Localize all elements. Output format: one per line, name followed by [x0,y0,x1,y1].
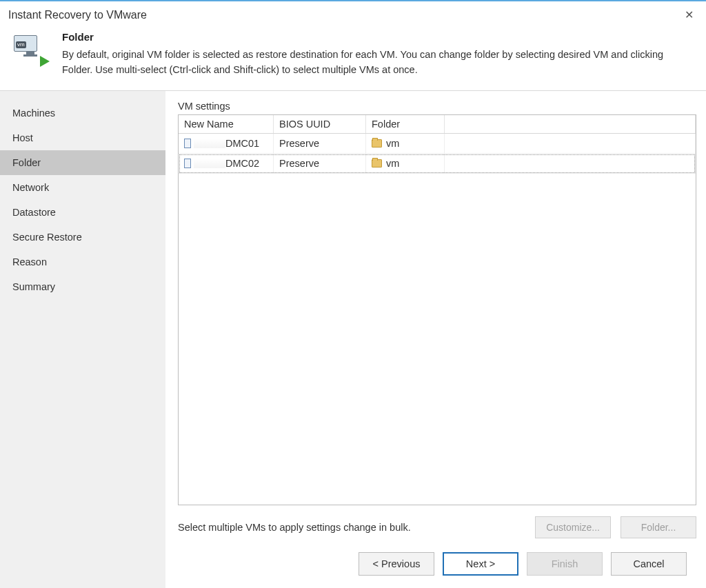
close-icon[interactable]: ✕ [680,7,698,23]
sidebar-item-network[interactable]: Network [0,175,165,200]
bulk-hint: Select multiple VMs to apply settings ch… [178,522,411,533]
sidebar-item-label: Network [12,182,49,193]
next-button[interactable]: Next > [443,552,518,576]
sidebar-item-label: Host [12,132,33,143]
sidebar-item-label: Secure Restore [12,232,82,243]
table-row[interactable]: DMC02 Preserve vm [179,154,696,174]
sidebar-item-machines[interactable]: Machines [0,101,165,125]
folder-icon [372,139,382,148]
sidebar-item-label: Summary [12,281,55,292]
wizard-step-icon: vm [14,35,47,68]
cell-name: DMC02 [179,154,274,173]
col-header-uuid[interactable]: BIOS UUID [274,115,366,133]
cell-folder: vm [366,154,445,173]
vm-icon [184,139,191,148]
redacted-name-prefix [194,139,225,148]
vm-name-suffix: DMC01 [225,138,259,149]
sidebar-item-label: Reason [12,256,47,267]
previous-button[interactable]: < Previous [359,552,434,576]
section-label: VM settings [178,101,696,112]
sidebar-item-reason[interactable]: Reason [0,250,165,274]
sidebar-item-folder[interactable]: Folder [0,150,165,175]
vm-settings-table[interactable]: New Name BIOS UUID Folder DMC01 Preserve… [178,114,696,505]
wizard-heading: Folder [62,31,696,43]
table-row[interactable]: DMC01 Preserve vm [179,134,696,154]
wizard-steps-sidebar: Machines Host Folder Network Datastore S… [0,91,165,588]
sidebar-item-datastore[interactable]: Datastore [0,200,165,225]
wizard-header: vm Folder By default, original VM folder… [0,26,706,90]
finish-button: Finish [527,552,603,576]
col-header-spacer [445,115,696,133]
vm-icon [184,159,191,168]
sidebar-item-label: Datastore [12,207,56,218]
cell-folder: vm [366,134,445,153]
sidebar-item-secure-restore[interactable]: Secure Restore [0,225,165,250]
sidebar-item-label: Folder [12,157,41,168]
sidebar-item-summary[interactable]: Summary [0,274,165,299]
cell-uuid: Preserve [274,154,366,173]
redacted-name-prefix [194,159,225,168]
cell-uuid: Preserve [274,134,366,153]
col-header-name[interactable]: New Name [179,115,274,133]
folder-icon [372,159,382,168]
titlebar: Instant Recovery to VMware ✕ [0,1,706,26]
customize-button[interactable]: Customize... [535,516,611,538]
cell-name: DMC01 [179,134,274,153]
cancel-button[interactable]: Cancel [611,552,687,576]
table-header-row: New Name BIOS UUID Folder [179,115,696,134]
folder-button[interactable]: Folder... [621,516,696,538]
sidebar-item-label: Machines [12,108,55,119]
wizard-footer: < Previous Next > Finish Cancel [178,543,696,588]
col-header-folder[interactable]: Folder [366,115,445,133]
wizard-description: By default, original VM folder is select… [62,47,696,78]
vm-name-suffix: DMC02 [225,158,259,169]
sidebar-item-host[interactable]: Host [0,125,165,150]
window-title: Instant Recovery to VMware [8,9,147,21]
